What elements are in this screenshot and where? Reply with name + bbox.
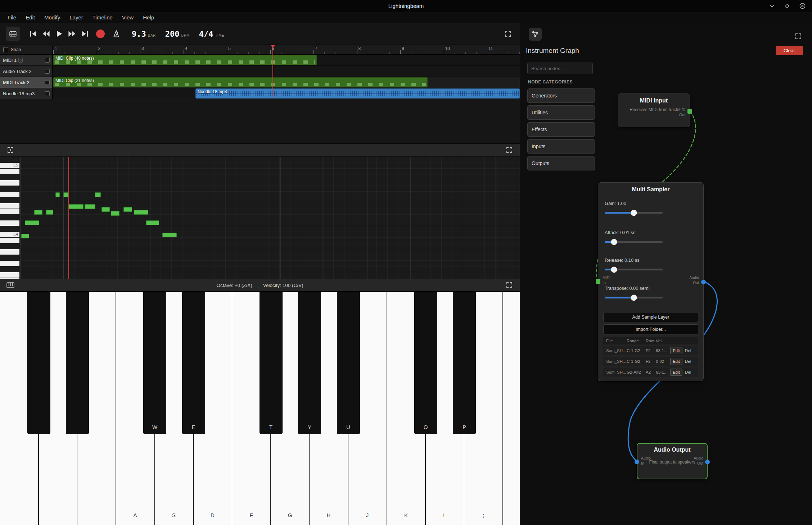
slider-track[interactable]	[605, 241, 663, 243]
midi-note[interactable]	[55, 192, 60, 197]
piano-roll-key[interactable]	[0, 238, 19, 243]
black-key[interactable]: P	[453, 292, 476, 434]
skip-to-start-button[interactable]	[27, 28, 40, 40]
audio-in-port[interactable]	[635, 460, 639, 464]
midi-note[interactable]	[63, 192, 68, 197]
black-key[interactable]: W	[143, 292, 166, 434]
black-key[interactable]: O	[414, 292, 437, 434]
white-key[interactable]	[503, 292, 520, 525]
audio-out-port[interactable]	[705, 460, 710, 464]
track-header[interactable]: MIDI 1A	[0, 55, 53, 65]
edit-button[interactable]: Edit	[670, 347, 682, 354]
track-checkbox[interactable]	[45, 69, 50, 74]
slider-knob[interactable]	[631, 295, 637, 301]
midi-note[interactable]	[134, 210, 148, 215]
metronome-button[interactable]	[109, 27, 123, 41]
piano-roll-key[interactable]	[0, 192, 19, 197]
bpm-display[interactable]: 200 BPM	[165, 29, 190, 38]
black-key[interactable]: T	[260, 292, 283, 434]
piano-roll-key[interactable]	[0, 226, 19, 232]
midi-note[interactable]	[162, 233, 177, 237]
piano-roll-key[interactable]	[0, 272, 19, 278]
midi-note[interactable]	[102, 207, 110, 212]
snap-checkbox[interactable]	[3, 47, 8, 52]
piano-roll-key[interactable]	[0, 255, 19, 260]
clear-button[interactable]: Clear	[776, 46, 803, 55]
slider-track[interactable]	[605, 269, 663, 270]
timeline-fullscreen-button[interactable]	[502, 28, 514, 40]
midi-note[interactable]	[123, 207, 132, 212]
menu-view[interactable]: View	[117, 13, 138, 22]
midi-note[interactable]	[111, 211, 119, 216]
piano-roll-grid[interactable]	[20, 157, 520, 279]
category-effects[interactable]: Effects	[527, 122, 595, 137]
diamond-icon[interactable]	[783, 2, 791, 10]
midi-note[interactable]	[95, 192, 101, 197]
midi-note[interactable]	[21, 234, 29, 238]
piano-roll-key[interactable]	[0, 197, 19, 203]
piano-roll-key[interactable]	[0, 249, 19, 255]
midi-note[interactable]	[146, 220, 159, 225]
track-header[interactable]: Audio Track 2	[0, 66, 53, 77]
menu-timeline[interactable]: Timeline	[88, 13, 117, 22]
slider-knob[interactable]	[611, 266, 617, 273]
search-input[interactable]	[527, 63, 593, 74]
delete-button[interactable]: Del	[685, 359, 691, 364]
midi-note[interactable]	[46, 210, 53, 215]
edit-button[interactable]: Edit	[670, 369, 682, 376]
category-outputs[interactable]: Outputs	[527, 156, 595, 170]
import-folder-button[interactable]: Import Folder...	[603, 324, 698, 334]
piano-roll-key[interactable]: C4	[0, 232, 19, 237]
piano-roll-key[interactable]	[0, 157, 19, 163]
category-inputs[interactable]: Inputs	[527, 139, 595, 154]
add-sample-layer-button[interactable]: Add Sample Layer	[603, 312, 698, 322]
piano-roll-key[interactable]	[0, 261, 19, 266]
skip-to-end-button[interactable]	[78, 28, 91, 40]
black-key[interactable]: U	[337, 292, 360, 434]
clip[interactable]: MIDI Clip (21 notes)	[53, 77, 428, 87]
close-circle-icon[interactable]	[798, 2, 806, 10]
black-key[interactable]: Y	[298, 292, 321, 434]
piano-roll-key[interactable]	[0, 209, 19, 214]
multi-sampler-node[interactable]: Multi Sampler Gain: 1.00Attack: 0.01 ssR…	[598, 182, 704, 381]
piano-roll-key[interactable]	[0, 215, 19, 220]
category-generators[interactable]: Generators	[527, 88, 595, 103]
black-key[interactable]	[27, 292, 50, 434]
track-header[interactable]: MIDI Track 2	[0, 77, 53, 88]
menu-modify[interactable]: Modify	[40, 13, 65, 22]
midi-input-node[interactable]: MIDI Input Receives MIDI from track MIDI…	[618, 93, 690, 127]
menu-edit[interactable]: Edit	[21, 13, 40, 22]
audio-out-port[interactable]	[701, 280, 706, 284]
clip[interactable]: Noodle 18.mp3	[195, 88, 520, 99]
keyboard-fullscreen-button[interactable]	[503, 279, 515, 291]
timeline-playhead[interactable]	[272, 45, 273, 97]
menu-file[interactable]: File	[3, 13, 21, 22]
graph-fullscreen-button[interactable]	[792, 30, 804, 42]
bar-display[interactable]: 9.3 BAR	[132, 29, 156, 38]
midi-in-port[interactable]	[596, 279, 600, 284]
keyboard-panel-button[interactable]	[4, 279, 17, 291]
piano-roll-fullscreen-button[interactable]	[503, 144, 515, 156]
timeline-ruler[interactable]: Snap 1234567891011	[0, 45, 520, 55]
play-button[interactable]	[53, 28, 66, 40]
piano-roll-key[interactable]	[0, 220, 19, 226]
midi-note[interactable]	[85, 204, 95, 209]
midi-note[interactable]	[25, 220, 39, 225]
piano-roll-key[interactable]	[0, 203, 19, 209]
audio-output-node[interactable]: Audio Output Final output to speakers Au…	[637, 443, 708, 479]
piano-roll-key[interactable]	[0, 243, 19, 249]
slider-knob[interactable]	[631, 210, 637, 216]
delete-button[interactable]: Del	[685, 348, 691, 353]
menu-layer[interactable]: Layer	[65, 13, 88, 22]
track-checkbox[interactable]	[45, 91, 50, 96]
black-key[interactable]	[66, 292, 89, 434]
time-signature-display[interactable]: 4/4 TIME	[199, 29, 225, 38]
piano-roll-key[interactable]	[0, 186, 19, 191]
category-utilities[interactable]: Utilities	[527, 105, 595, 120]
midi-note[interactable]	[34, 210, 42, 215]
piano-roll-key[interactable]	[0, 174, 19, 180]
track-header[interactable]: Noodle 18.mp3	[0, 88, 53, 99]
piano-roll-key[interactable]	[0, 169, 19, 174]
piano-roll-key[interactable]	[0, 266, 19, 272]
menu-help[interactable]: Help	[138, 13, 159, 22]
